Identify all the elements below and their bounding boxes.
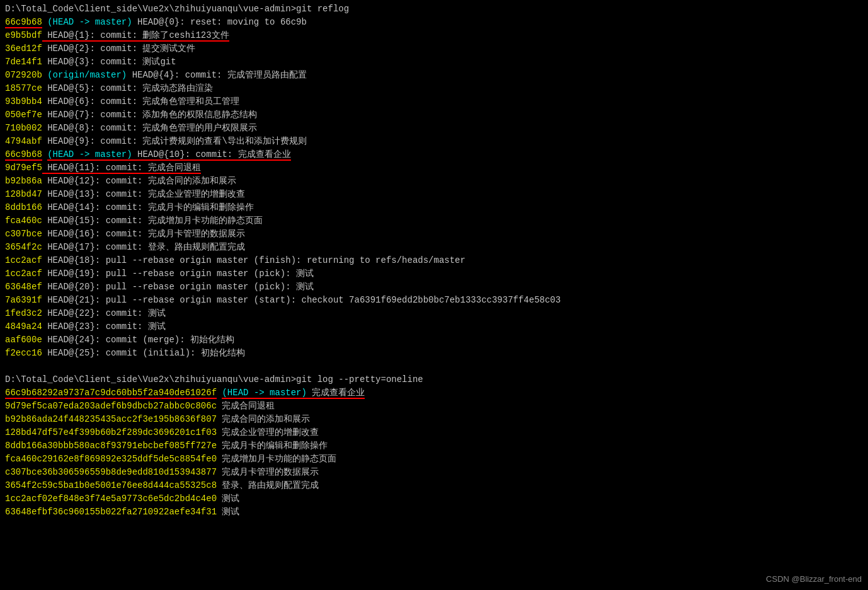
hash-11: 9d79ef5 <box>5 163 42 173</box>
long-hash-3: 128bd47df57e4f399b60b2f289dc3696201c1f03 <box>5 427 217 437</box>
hash-5: 18577ce <box>5 83 42 93</box>
reflog-line-13: 128bd47 HEAD@{13}: commit: 完成企业管理的增删改查 <box>5 188 863 201</box>
reflog-line-4: 072920b (origin/master) HEAD@{4}: commit… <box>5 69 863 82</box>
reflog-line-2: 36ed12f HEAD@{2}: commit: 提交测试文件 <box>5 42 863 55</box>
ref-0: (HEAD -> master) <box>47 17 132 27</box>
gitlog-line-5: fca460c29162e8f869892e325ddf5de5c8854fe0… <box>5 453 863 466</box>
hash-18: 1cc2acf <box>5 255 42 265</box>
gitlog-line-7: 3654f2c59c5ba1b0e5001e76ee8d444ca55325c8… <box>5 479 863 492</box>
hash-24: aaf600e <box>5 335 42 345</box>
hash-8: 710b002 <box>5 123 42 133</box>
hash-1: e9b5bdf <box>5 30 42 40</box>
hash-25: f2ecc16 <box>5 348 42 358</box>
hash-16: c307bce <box>5 229 42 239</box>
hash-21: 7a6391f <box>5 295 42 305</box>
hash-10: 66c9b68 <box>5 149 42 161</box>
reflog-line-7: 050ef7e HEAD@{7}: commit: 添加角色的权限信息静态结构 <box>5 108 863 122</box>
reflog-line-18: 1cc2acf HEAD@{18}: pull --rebase origin … <box>5 254 863 267</box>
reflog-line-6: 93b9bb4 HEAD@{6}: commit: 完成角色管理和员工管理 <box>5 95 863 108</box>
ref-10: (HEAD -> master) <box>47 149 132 161</box>
reflog-line-0: 66c9b68 (HEAD -> master) HEAD@{0}: reset… <box>5 16 863 29</box>
command-line-2: D:\Total_Code\Client_side\Vue2x\zhihuiyu… <box>5 373 863 386</box>
gitlog-line-9: 63648efbf36c960155b022fa2710922aefe34f31… <box>5 506 863 519</box>
hash-15: fca460c <box>5 216 42 226</box>
long-hash-4: 8ddb166a30bbb580ac8f93791ebcbef085ff727e <box>5 441 217 451</box>
hash-23: 4849a24 <box>5 321 42 332</box>
hash-4: 072920b <box>5 70 42 80</box>
gitlog-line-1: 9d79ef5ca07eda203adef6b9dbcb27abbc0c806c… <box>5 400 863 413</box>
hash-22: 1fed3c2 <box>5 308 42 318</box>
long-hash-0: 66c9b68292a9737a7c9dc60bb5f2a940de61026f <box>5 388 217 399</box>
gitlog-line-8: 1cc2acf02ef848e3f74e5a9773c6e5dc2bd4c4e0… <box>5 492 863 506</box>
gitlog-line-3: 128bd47df57e4f399b60b2f289dc3696201c1f03… <box>5 426 863 439</box>
hash-3: 7de14f1 <box>5 57 42 67</box>
blank-line <box>5 360 863 373</box>
reflog-line-17: 3654f2c HEAD@{17}: commit: 登录、路由规则配置完成 <box>5 241 863 254</box>
terminal: D:\Total_Code\Client_side\Vue2x\zhihuiyu… <box>0 0 868 521</box>
long-hash-6: c307bce36b306596559b8de9edd810d153943877 <box>5 467 217 477</box>
hash-2: 36ed12f <box>5 43 42 54</box>
hash-17: 3654f2c <box>5 242 42 252</box>
hash-0: 66c9b68 <box>5 17 42 28</box>
gitref-0: (HEAD -> master) <box>222 388 306 399</box>
gitlog-line-6: c307bce36b306596559b8de9edd810d153943877… <box>5 466 863 479</box>
reflog-line-21: 7a6391f HEAD@{21}: pull --rebase origin … <box>5 294 863 307</box>
hash-20: 63648ef <box>5 282 42 292</box>
watermark: CSDN @Blizzar_front-end <box>766 574 862 584</box>
reflog-line-10: 66c9b68 (HEAD -> master) HEAD@{10}: comm… <box>5 148 863 161</box>
hash-13: 128bd47 <box>5 189 42 199</box>
gitlog-line-2: b92b86ada24f448235435acc2f3e195b8636f807… <box>5 413 863 426</box>
reflog-line-12: b92b86a HEAD@{12}: commit: 完成合同的添加和展示 <box>5 175 863 188</box>
ref-4: (origin/master) <box>47 70 127 80</box>
command-line-1: D:\Total_Code\Client_side\Vue2x\zhihuiyu… <box>5 3 863 16</box>
reflog-line-11: 9d79ef5 HEAD@{11}: commit: 完成合同退租 <box>5 161 863 175</box>
long-hash-9: 63648efbf36c960155b022fa2710922aefe34f31 <box>5 507 217 517</box>
long-hash-2: b92b86ada24f448235435acc2f3e195b8636f807 <box>5 414 217 424</box>
hash-14: 8ddb166 <box>5 202 42 212</box>
reflog-line-15: fca460c HEAD@{15}: commit: 完成增加月卡功能的静态页面 <box>5 214 863 228</box>
hash-19: 1cc2acf <box>5 269 42 279</box>
long-hash-7: 3654f2c59c5ba1b0e5001e76ee8d444ca55325c8 <box>5 480 217 490</box>
reflog-line-3: 7de14f1 HEAD@{3}: commit: 测试git <box>5 55 863 69</box>
reflog-line-19: 1cc2acf HEAD@{19}: pull --rebase origin … <box>5 267 863 281</box>
long-hash-5: fca460c29162e8f869892e325ddf5de5c8854fe0 <box>5 454 217 464</box>
reflog-line-14: 8ddb166 HEAD@{14}: commit: 完成月卡的编辑和删除操作 <box>5 201 863 214</box>
reflog-line-20: 63648ef HEAD@{20}: pull --rebase origin … <box>5 281 863 294</box>
reflog-line-8: 710b002 HEAD@{8}: commit: 完成角色管理的用户权限展示 <box>5 122 863 135</box>
reflog-line-24: aaf600e HEAD@{24}: commit (merge): 初始化结构 <box>5 333 863 347</box>
long-hash-1: 9d79ef5ca07eda203adef6b9dbcb27abbc0c806c <box>5 401 217 411</box>
hash-9: 4794abf <box>5 136 42 146</box>
hash-6: 93b9bb4 <box>5 96 42 107</box>
reflog-line-23: 4849a24 HEAD@{23}: commit: 测试 <box>5 320 863 333</box>
reflog-line-25: f2ecc16 HEAD@{25}: commit (initial): 初始化… <box>5 347 863 360</box>
reflog-line-1: e9b5bdf HEAD@{1}: commit: 删除了ceshi123文件 <box>5 29 863 42</box>
gitlog-line-4: 8ddb166a30bbb580ac8f93791ebcbef085ff727e… <box>5 439 863 453</box>
hash-7: 050ef7e <box>5 110 42 120</box>
reflog-line-5: 18577ce HEAD@{5}: commit: 完成动态路由渲染 <box>5 82 863 95</box>
reflog-line-9: 4794abf HEAD@{9}: commit: 完成计费规则的查看\导出和添… <box>5 135 863 148</box>
reflog-line-22: 1fed3c2 HEAD@{22}: commit: 测试 <box>5 307 863 320</box>
hash-12: b92b86a <box>5 176 42 186</box>
reflog-line-16: c307bce HEAD@{16}: commit: 完成月卡管理的数据展示 <box>5 228 863 241</box>
long-hash-8: 1cc2acf02ef848e3f74e5a9773c6e5dc2bd4c4e0 <box>5 494 217 504</box>
gitlog-line-0: 66c9b68292a9737a7c9dc60bb5f2a940de61026f… <box>5 386 863 400</box>
